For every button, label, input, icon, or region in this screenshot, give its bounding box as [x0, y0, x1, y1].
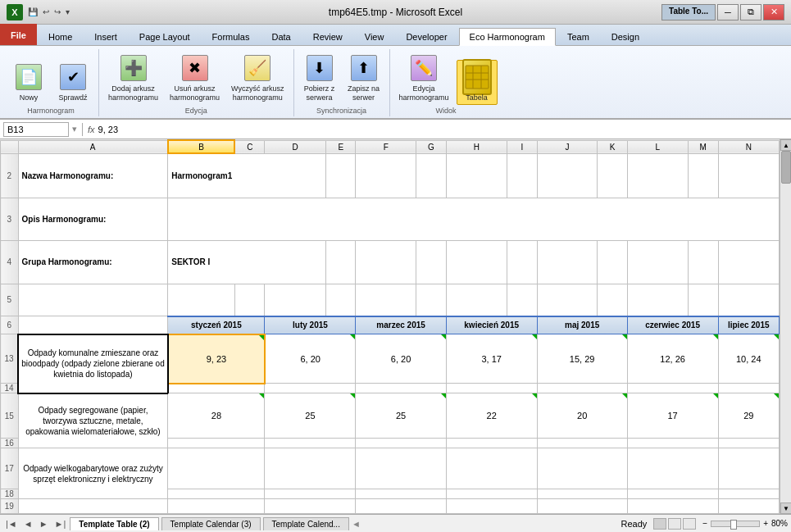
cell-i5[interactable] [507, 284, 537, 316]
redo-quick-btn[interactable]: ↪ [52, 6, 62, 18]
cell-l15[interactable]: 17 [627, 393, 718, 439]
col-e-header[interactable]: E [325, 140, 355, 153]
cell-h2[interactable] [446, 153, 507, 198]
nav-last-btn[interactable]: ►| [52, 519, 69, 529]
cell-a3[interactable]: Opis Harmonogramu: [18, 198, 168, 240]
cell-l17[interactable] [627, 448, 718, 489]
cell-m4[interactable] [688, 241, 718, 284]
zoom-slider[interactable] [711, 521, 760, 527]
cell-b18[interactable] [168, 489, 265, 499]
cell-d15[interactable]: 25 [265, 393, 356, 439]
cell-d14[interactable] [265, 384, 356, 393]
cell-l19[interactable] [627, 499, 718, 514]
cell-l16[interactable] [627, 439, 718, 448]
col-g-header[interactable]: G [416, 140, 447, 153]
zoom-plus-btn[interactable]: + [763, 519, 768, 528]
cell-a13-label[interactable]: Odpady komunalne zmieszane oraz bioodpad… [18, 334, 168, 393]
cell-n17[interactable] [718, 448, 779, 489]
cell-d5[interactable] [265, 284, 326, 316]
cell-a6[interactable] [18, 316, 168, 334]
cell-a2[interactable]: Nazwa Harmonogramu: [18, 153, 168, 198]
formula-dropdown-arrow[interactable]: ▾ [72, 124, 77, 134]
zapisz-btn[interactable]: ⬆ Zapisz na serwer [343, 51, 384, 105]
cell-l4[interactable] [627, 241, 688, 284]
edycja-harm-btn[interactable]: ✏️ Edycja harmonogramu [395, 51, 453, 105]
tab-data[interactable]: Data [261, 27, 301, 45]
cell-e2[interactable] [325, 153, 355, 198]
cell-h18[interactable] [446, 489, 537, 499]
cell-b17[interactable] [168, 448, 265, 489]
cell-j14[interactable] [537, 384, 627, 393]
cell-g5[interactable] [416, 284, 447, 316]
cell-f14[interactable] [356, 384, 446, 393]
tab-insert[interactable]: Insert [84, 27, 128, 45]
cell-h13[interactable]: 3, 17 [446, 334, 537, 384]
cell-k4[interactable] [598, 241, 627, 284]
cell-f5[interactable] [356, 284, 416, 316]
col-n-header[interactable]: N [718, 140, 779, 153]
cell-d19[interactable] [265, 499, 356, 514]
wyczysc-btn[interactable]: 🧹 Wyczyść arkusz harmonogramu [227, 51, 288, 105]
cell-f2[interactable] [356, 153, 416, 198]
cell-k2[interactable] [598, 153, 627, 198]
cell-n19[interactable] [718, 499, 779, 514]
tab-eco-harmonogram[interactable]: Eco Harmonogram [459, 28, 556, 46]
cell-m5[interactable] [688, 284, 718, 316]
cell-j4[interactable] [537, 241, 598, 284]
tab-design[interactable]: Design [601, 27, 650, 45]
cell-j13[interactable]: 15, 29 [537, 334, 627, 384]
cell-d6-month[interactable]: luty 2015 [265, 316, 356, 334]
cell-l18[interactable] [627, 489, 718, 499]
cell-n5[interactable] [718, 284, 779, 316]
view-page-break-btn[interactable] [683, 518, 696, 530]
tab-team[interactable]: Team [557, 27, 600, 45]
cell-j17[interactable] [537, 448, 627, 489]
col-c-header[interactable]: C [234, 140, 265, 153]
nav-next-btn[interactable]: ► [37, 519, 51, 529]
tab-developer[interactable]: Developer [395, 27, 457, 45]
tab-home[interactable]: Home [38, 27, 83, 45]
cell-j16[interactable] [537, 439, 627, 448]
cell-f13[interactable]: 6, 20 [356, 334, 446, 384]
cell-h16[interactable] [446, 439, 537, 448]
scroll-thumb[interactable] [781, 151, 791, 184]
cell-a17-label[interactable]: Odpady wielkogabarytowe oraz zużyty sprz… [18, 448, 168, 499]
zoom-minus-btn[interactable]: − [702, 519, 707, 528]
cell-a19[interactable] [18, 499, 168, 514]
cell-n15[interactable]: 29 [718, 393, 779, 439]
cell-j2[interactable] [537, 153, 598, 198]
sprawdz-btn[interactable]: ✔ Sprawdź [52, 60, 93, 105]
cell-h15[interactable]: 22 [446, 393, 537, 439]
cell-b5[interactable] [168, 284, 234, 316]
tabela-btn[interactable]: Tabela [457, 60, 498, 105]
cell-i2[interactable] [507, 153, 537, 198]
cell-b14[interactable] [168, 384, 265, 393]
cell-j18[interactable] [537, 489, 627, 499]
sheet-tab-template-calendar-more[interactable]: Template Calend... [263, 517, 349, 530]
scroll-up-btn[interactable]: ▲ [780, 139, 791, 151]
cell-d13[interactable]: 6, 20 [265, 334, 356, 384]
col-f-header[interactable]: F [356, 140, 416, 153]
cell-i4[interactable] [507, 241, 537, 284]
tab-view[interactable]: View [354, 27, 395, 45]
cell-b2[interactable]: Harmonogram1 [168, 153, 326, 198]
usun-btn[interactable]: ✖ Usuń arkusz harmonogramu [166, 51, 224, 105]
view-normal-btn[interactable] [653, 518, 666, 530]
cell-f15[interactable]: 25 [356, 393, 446, 439]
cell-n16[interactable] [718, 439, 779, 448]
cell-j5[interactable] [537, 284, 598, 316]
cell-b4[interactable]: SEKTOR I [168, 241, 326, 284]
nowy-btn[interactable]: 📄 Nowy [8, 60, 49, 105]
cell-c5[interactable] [234, 284, 265, 316]
cell-n4[interactable] [718, 241, 779, 284]
cell-d16[interactable] [265, 439, 356, 448]
cell-l14[interactable] [627, 384, 718, 393]
scroll-track[interactable] [780, 151, 791, 502]
cell-j15[interactable]: 20 [537, 393, 627, 439]
cell-f4[interactable] [356, 241, 416, 284]
col-k-header[interactable]: K [598, 140, 627, 153]
cell-l13[interactable]: 12, 26 [627, 334, 718, 384]
col-h-header[interactable]: H [446, 140, 507, 153]
col-a-header[interactable]: A [18, 140, 168, 153]
cell-f17[interactable] [356, 448, 446, 489]
